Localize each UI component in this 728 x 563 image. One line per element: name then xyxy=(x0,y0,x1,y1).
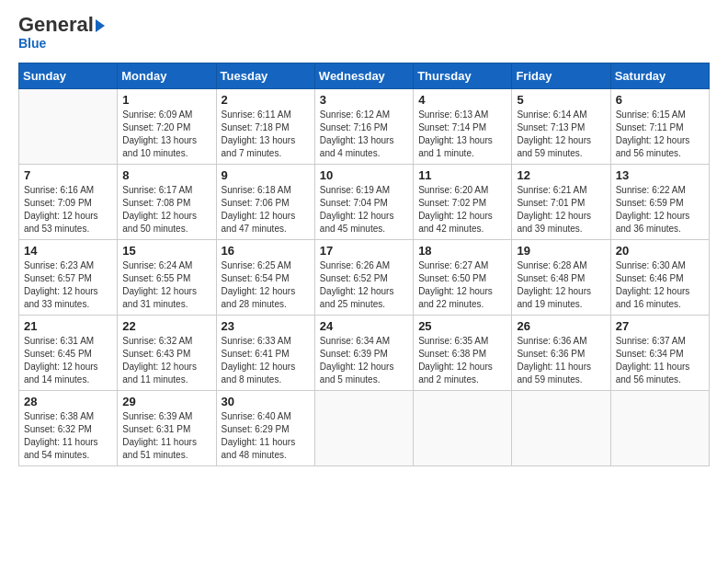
weekday-header-thursday: Thursday xyxy=(414,63,512,89)
logo-blue: Blue xyxy=(18,36,46,51)
day-info: Sunrise: 6:25 AM Sunset: 6:54 PM Dayligh… xyxy=(222,259,310,311)
day-info: Sunrise: 6:19 AM Sunset: 7:04 PM Dayligh… xyxy=(320,184,408,236)
weekday-header-sunday: Sunday xyxy=(19,63,118,89)
day-number: 26 xyxy=(517,319,605,333)
weekday-header-tuesday: Tuesday xyxy=(216,63,314,89)
weekday-header-row: SundayMondayTuesdayWednesdayThursdayFrid… xyxy=(19,63,710,89)
day-info: Sunrise: 6:17 AM Sunset: 7:08 PM Dayligh… xyxy=(122,184,210,236)
day-number: 19 xyxy=(517,244,605,258)
calendar-cell: 25Sunrise: 6:35 AM Sunset: 6:38 PM Dayli… xyxy=(414,316,512,391)
calendar-cell: 22Sunrise: 6:32 AM Sunset: 6:43 PM Dayli… xyxy=(118,316,216,391)
day-info: Sunrise: 6:40 AM Sunset: 6:29 PM Dayligh… xyxy=(222,410,310,462)
day-info: Sunrise: 6:28 AM Sunset: 6:48 PM Dayligh… xyxy=(517,259,605,311)
day-info: Sunrise: 6:13 AM Sunset: 7:14 PM Dayligh… xyxy=(418,109,506,160)
day-info: Sunrise: 6:11 AM Sunset: 7:18 PM Dayligh… xyxy=(222,109,310,160)
day-number: 2 xyxy=(222,93,310,107)
calendar-week-4: 21Sunrise: 6:31 AM Sunset: 6:45 PM Dayli… xyxy=(19,316,710,391)
day-info: Sunrise: 6:23 AM Sunset: 6:57 PM Dayligh… xyxy=(24,259,112,311)
day-info: Sunrise: 6:27 AM Sunset: 6:50 PM Dayligh… xyxy=(418,259,506,311)
day-number: 18 xyxy=(418,244,506,258)
calendar-cell: 17Sunrise: 6:26 AM Sunset: 6:52 PM Dayli… xyxy=(314,240,413,316)
day-number: 9 xyxy=(222,168,310,182)
calendar-cell: 28Sunrise: 6:38 AM Sunset: 6:32 PM Dayli… xyxy=(19,391,118,466)
calendar-cell: 9Sunrise: 6:18 AM Sunset: 7:06 PM Daylig… xyxy=(216,165,314,240)
day-info: Sunrise: 6:36 AM Sunset: 6:36 PM Dayligh… xyxy=(517,335,605,386)
calendar-cell: 7Sunrise: 6:16 AM Sunset: 7:09 PM Daylig… xyxy=(19,165,118,240)
calendar-cell xyxy=(314,391,413,466)
calendar-cell: 20Sunrise: 6:30 AM Sunset: 6:46 PM Dayli… xyxy=(610,240,709,316)
day-info: Sunrise: 6:18 AM Sunset: 7:06 PM Dayligh… xyxy=(222,184,310,236)
day-info: Sunrise: 6:14 AM Sunset: 7:13 PM Dayligh… xyxy=(517,109,605,160)
day-info: Sunrise: 6:21 AM Sunset: 7:01 PM Dayligh… xyxy=(517,184,605,236)
day-info: Sunrise: 6:26 AM Sunset: 6:52 PM Dayligh… xyxy=(320,259,408,311)
calendar-cell: 16Sunrise: 6:25 AM Sunset: 6:54 PM Dayli… xyxy=(216,240,314,316)
day-info: Sunrise: 6:12 AM Sunset: 7:16 PM Dayligh… xyxy=(320,109,408,160)
calendar-cell: 15Sunrise: 6:24 AM Sunset: 6:55 PM Dayli… xyxy=(118,240,216,316)
day-number: 10 xyxy=(320,168,408,182)
calendar-week-5: 28Sunrise: 6:38 AM Sunset: 6:32 PM Dayli… xyxy=(19,391,710,466)
day-info: Sunrise: 6:09 AM Sunset: 7:20 PM Dayligh… xyxy=(122,109,210,160)
calendar-cell: 24Sunrise: 6:34 AM Sunset: 6:39 PM Dayli… xyxy=(314,316,413,391)
day-info: Sunrise: 6:33 AM Sunset: 6:41 PM Dayligh… xyxy=(222,335,310,386)
day-info: Sunrise: 6:24 AM Sunset: 6:55 PM Dayligh… xyxy=(122,259,210,311)
calendar-cell: 4Sunrise: 6:13 AM Sunset: 7:14 PM Daylig… xyxy=(414,89,512,165)
logo: General Blue xyxy=(18,15,107,52)
day-number: 13 xyxy=(616,168,704,182)
day-number: 6 xyxy=(616,93,704,107)
calendar-week-1: 1Sunrise: 6:09 AM Sunset: 7:20 PM Daylig… xyxy=(19,89,710,165)
calendar-cell: 8Sunrise: 6:17 AM Sunset: 7:08 PM Daylig… xyxy=(118,165,216,240)
calendar-cell xyxy=(512,391,610,466)
weekday-header-friday: Friday xyxy=(512,63,610,89)
day-info: Sunrise: 6:30 AM Sunset: 6:46 PM Dayligh… xyxy=(616,259,704,311)
day-number: 14 xyxy=(24,244,112,258)
day-number: 22 xyxy=(122,319,210,333)
calendar-cell: 27Sunrise: 6:37 AM Sunset: 6:34 PM Dayli… xyxy=(610,316,709,391)
day-number: 12 xyxy=(517,168,605,182)
day-number: 27 xyxy=(616,319,704,333)
day-number: 29 xyxy=(122,395,210,408)
calendar-week-2: 7Sunrise: 6:16 AM Sunset: 7:09 PM Daylig… xyxy=(19,165,710,240)
day-number: 25 xyxy=(418,319,506,333)
calendar-cell: 5Sunrise: 6:14 AM Sunset: 7:13 PM Daylig… xyxy=(512,89,610,165)
day-number: 30 xyxy=(222,395,310,408)
calendar-cell: 14Sunrise: 6:23 AM Sunset: 6:57 PM Dayli… xyxy=(19,240,118,316)
calendar-cell: 30Sunrise: 6:40 AM Sunset: 6:29 PM Dayli… xyxy=(216,391,314,466)
weekday-header-monday: Monday xyxy=(118,63,216,89)
day-number: 17 xyxy=(320,244,408,258)
calendar-cell: 29Sunrise: 6:39 AM Sunset: 6:31 PM Dayli… xyxy=(118,391,216,466)
calendar-cell: 19Sunrise: 6:28 AM Sunset: 6:48 PM Dayli… xyxy=(512,240,610,316)
weekday-header-saturday: Saturday xyxy=(610,63,709,89)
day-number: 21 xyxy=(24,319,112,333)
day-info: Sunrise: 6:37 AM Sunset: 6:34 PM Dayligh… xyxy=(616,335,704,386)
calendar-cell: 23Sunrise: 6:33 AM Sunset: 6:41 PM Dayli… xyxy=(216,316,314,391)
day-number: 15 xyxy=(122,244,210,258)
day-number: 16 xyxy=(222,244,310,258)
day-info: Sunrise: 6:32 AM Sunset: 6:43 PM Dayligh… xyxy=(122,335,210,386)
calendar-cell: 12Sunrise: 6:21 AM Sunset: 7:01 PM Dayli… xyxy=(512,165,610,240)
day-number: 24 xyxy=(320,319,408,333)
calendar-cell: 2Sunrise: 6:11 AM Sunset: 7:18 PM Daylig… xyxy=(216,89,314,165)
calendar-week-3: 14Sunrise: 6:23 AM Sunset: 6:57 PM Dayli… xyxy=(19,240,710,316)
calendar-cell: 3Sunrise: 6:12 AM Sunset: 7:16 PM Daylig… xyxy=(314,89,413,165)
day-number: 7 xyxy=(24,168,112,182)
weekday-header-wednesday: Wednesday xyxy=(314,63,413,89)
day-info: Sunrise: 6:38 AM Sunset: 6:32 PM Dayligh… xyxy=(24,410,112,462)
calendar-cell: 6Sunrise: 6:15 AM Sunset: 7:11 PM Daylig… xyxy=(610,89,709,165)
day-info: Sunrise: 6:16 AM Sunset: 7:09 PM Dayligh… xyxy=(24,184,112,236)
day-number: 3 xyxy=(320,93,408,107)
day-number: 11 xyxy=(418,168,506,182)
day-info: Sunrise: 6:20 AM Sunset: 7:02 PM Dayligh… xyxy=(418,184,506,236)
calendar-table: SundayMondayTuesdayWednesdayThursdayFrid… xyxy=(18,63,710,466)
calendar-cell: 13Sunrise: 6:22 AM Sunset: 6:59 PM Dayli… xyxy=(610,165,709,240)
calendar-cell: 21Sunrise: 6:31 AM Sunset: 6:45 PM Dayli… xyxy=(19,316,118,391)
day-info: Sunrise: 6:39 AM Sunset: 6:31 PM Dayligh… xyxy=(122,410,210,462)
day-number: 5 xyxy=(517,93,605,107)
day-number: 28 xyxy=(24,395,112,408)
calendar-cell: 11Sunrise: 6:20 AM Sunset: 7:02 PM Dayli… xyxy=(414,165,512,240)
calendar-cell: 1Sunrise: 6:09 AM Sunset: 7:20 PM Daylig… xyxy=(118,89,216,165)
page-header: General Blue xyxy=(18,15,710,52)
day-number: 1 xyxy=(122,93,210,107)
day-info: Sunrise: 6:15 AM Sunset: 7:11 PM Dayligh… xyxy=(616,109,704,160)
logo-text: General xyxy=(18,15,107,35)
day-info: Sunrise: 6:31 AM Sunset: 6:45 PM Dayligh… xyxy=(24,335,112,386)
